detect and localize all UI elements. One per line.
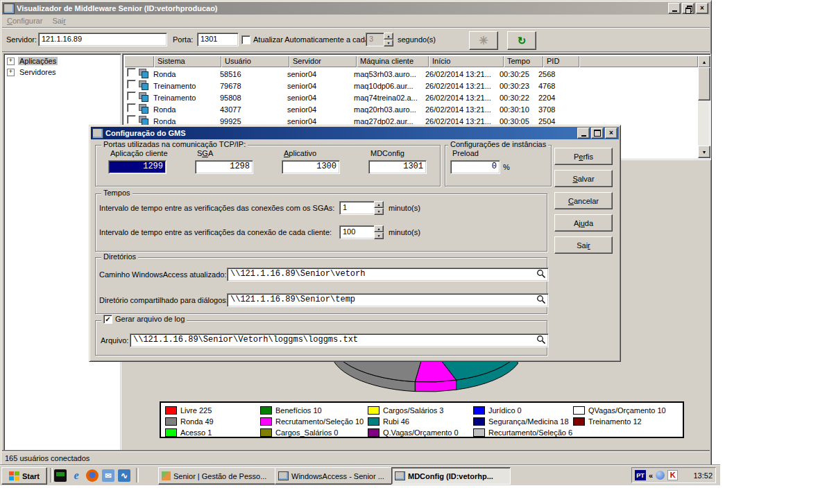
scrollbar-thumb[interactable]: [698, 67, 710, 101]
minimize-button[interactable]: [577, 128, 590, 139]
row-checkbox[interactable]: [127, 115, 136, 124]
browse-button[interactable]: [536, 335, 546, 346]
expand-plus-icon[interactable]: +: [7, 69, 15, 76]
desktop: Visualizador de Middleware Senior (ID:ve…: [0, 0, 827, 504]
mdconfig-port-input[interactable]: 1301: [368, 160, 427, 174]
task-senior[interactable]: Senior | Gestão de Pesso...: [158, 467, 278, 485]
scroll-down-icon[interactable]: ▼: [698, 146, 710, 158]
interval-input[interactable]: 3: [366, 33, 385, 46]
col-inicio[interactable]: Início: [429, 55, 504, 67]
shared-dir-input[interactable]: \\121.1.16.89\Senior\temp: [227, 293, 549, 307]
log-group-header: ✓ Gerar arquivo de log: [101, 315, 187, 324]
status-text: 165 usuários conectados: [5, 454, 89, 462]
col-sistema[interactable]: Sistema: [154, 55, 221, 67]
language-indicator[interactable]: PT: [635, 470, 646, 480]
table-row[interactable]: Ronda 43077 senior04 maq20rh03.auro... 2…: [124, 103, 698, 114]
legend-swatch: [368, 417, 380, 426]
log-checkbox[interactable]: ✓: [103, 315, 112, 324]
browse-button[interactable]: [536, 295, 546, 306]
col-maquina[interactable]: Máquina cliente: [357, 55, 429, 67]
task-mdconfig[interactable]: MDConfig (ID:vetorhp...: [391, 467, 511, 485]
spin-up-icon[interactable]: ▲: [374, 201, 384, 208]
client-interval-input[interactable]: 100: [339, 225, 375, 239]
kaspersky-icon[interactable]: K: [667, 470, 678, 480]
preload-input[interactable]: 0: [450, 160, 500, 174]
client-interval-spinner[interactable]: ▲ ▼: [374, 225, 384, 239]
sga-interval-input[interactable]: 1: [339, 201, 375, 215]
perfis-button[interactable]: Perfis: [554, 148, 613, 165]
ajuda-button[interactable]: Ajuda: [554, 214, 613, 232]
tree-item-servidores[interactable]: + Servidores: [7, 68, 58, 76]
spin-down-icon[interactable]: ▼: [374, 232, 384, 239]
table-row[interactable]: Treinamento 95808 senior04 maq74treina02…: [124, 91, 698, 103]
port-input[interactable]: 1301: [197, 33, 239, 46]
spin-down-icon[interactable]: ▼: [374, 208, 384, 215]
menu-configurar[interactable]: Configurar: [2, 17, 47, 25]
mdconfig-icon: [395, 471, 405, 480]
close-button[interactable]: ×: [605, 128, 617, 139]
col-usuario[interactable]: Usuário: [221, 55, 289, 67]
tray-chevron[interactable]: «: [649, 471, 653, 480]
spin-up-icon[interactable]: ▲: [374, 225, 384, 232]
legend-item: Cargos_Salários 0: [260, 427, 368, 438]
client-port-input[interactable]: 1299: [108, 160, 167, 174]
sair-button[interactable]: Sair: [554, 236, 613, 254]
server-input[interactable]: 121.1.16.89: [38, 33, 167, 46]
auto-update-checkbox[interactable]: [241, 35, 250, 44]
cancelar-button[interactable]: Cancelar: [554, 192, 613, 209]
tree-label-servidores[interactable]: Servidores: [18, 68, 58, 76]
task-windowsaccess[interactable]: WindowsAccess - Senior ...: [275, 467, 394, 485]
menu-sair[interactable]: Sair: [47, 17, 71, 25]
globe-icon[interactable]: [656, 471, 665, 480]
legend-swatch: [260, 417, 272, 426]
restore-button[interactable]: [682, 3, 694, 14]
col-blank[interactable]: [124, 55, 154, 67]
row-checkbox[interactable]: [127, 92, 136, 101]
mail-app-icon[interactable]: ✉: [102, 469, 114, 482]
table-scrollbar[interactable]: ▲ ▼: [698, 55, 709, 158]
disconnect-button[interactable]: ✳: [469, 31, 498, 50]
log-file-input[interactable]: \\121.1.16.89\Senior\Vetorh\loggms\loggm…: [130, 333, 549, 347]
legend-item: Recrutamento/Seleção 10: [260, 416, 368, 427]
firefox-icon[interactable]: [86, 469, 99, 482]
magnifier-icon: [536, 335, 546, 345]
interval-spinner[interactable]: ▲ ▼: [384, 33, 393, 46]
menubar: Configurar Sair: [2, 15, 710, 28]
row-checkbox[interactable]: [127, 103, 136, 112]
port-label: Porta:: [173, 35, 193, 44]
expand-plus-icon[interactable]: +: [7, 58, 15, 65]
refresh-button[interactable]: ↻: [507, 31, 536, 50]
mte-icon[interactable]: [54, 469, 67, 482]
ie-icon[interactable]: e: [70, 469, 83, 482]
percent-label: %: [503, 163, 510, 171]
spin-up-icon[interactable]: ▲: [384, 33, 393, 40]
legend-item: Recurtamento/Seleção 6: [473, 427, 573, 438]
start-button[interactable]: Start: [1, 467, 47, 485]
wave-app-icon[interactable]: ∿: [118, 469, 130, 482]
maximize-button[interactable]: [591, 128, 604, 139]
row-checkbox[interactable]: [127, 68, 136, 77]
sga-port-input[interactable]: 1298: [195, 160, 253, 174]
sga-interval-spinner[interactable]: ▲ ▼: [374, 201, 384, 215]
client-session-icon: [138, 80, 151, 89]
field-label: MDConfig: [370, 149, 404, 157]
row-checkbox[interactable]: [127, 80, 136, 89]
browse-button[interactable]: [536, 269, 546, 280]
file-label: Arquivo:: [101, 336, 128, 345]
table-row[interactable]: Treinamento 79678 senior04 maq10dp06.aur…: [124, 79, 698, 91]
scroll-up-icon[interactable]: ▲: [698, 55, 710, 68]
col-pid[interactable]: PID: [543, 55, 579, 67]
ports-group-label: Portas utilizadas na comunicação TCP/IP:: [101, 140, 248, 149]
client-interval-label: Intervalo de tempo entre as verificações…: [99, 228, 332, 236]
tree-item-aplicacoes[interactable]: + Aplicações: [7, 57, 58, 65]
close-button[interactable]: ×: [696, 3, 708, 14]
app-port-input[interactable]: 1300: [282, 160, 340, 174]
spin-down-icon[interactable]: ▼: [384, 40, 393, 46]
minimize-button[interactable]: [668, 3, 681, 14]
tree-label-aplicacoes[interactable]: Aplicações: [18, 57, 58, 65]
table-row[interactable]: Ronda 58516 senior04 maq53rh03.auro... 2…: [124, 67, 698, 79]
salvar-button[interactable]: Salvar: [554, 170, 613, 187]
col-servidor[interactable]: Servidor: [289, 55, 357, 67]
wa-path-input[interactable]: \\121.1.16.89\Senior\vetorh: [227, 268, 549, 281]
col-tempo[interactable]: Tempo: [504, 55, 543, 67]
